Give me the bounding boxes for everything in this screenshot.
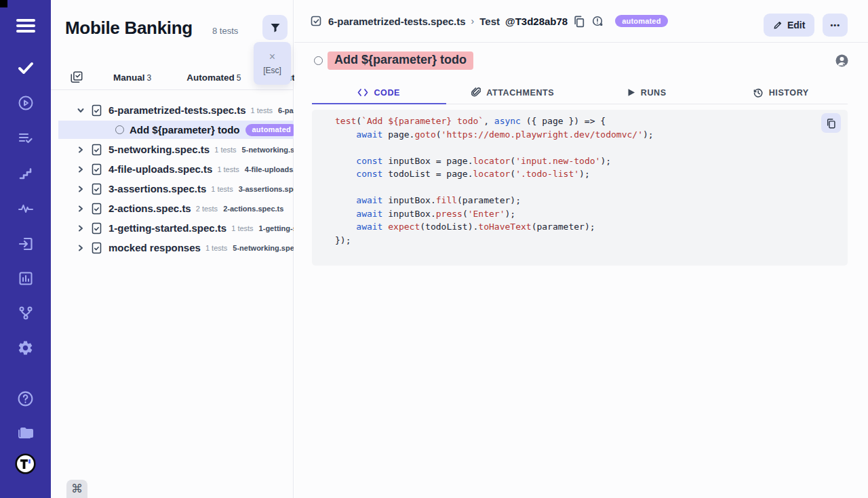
test-detail-panel: 6-parametrized-tests.spec.ts › Test @T3d…: [294, 0, 868, 498]
tab-manual[interactable]: Manual3: [113, 72, 151, 83]
test-plans-icon[interactable]: [0, 130, 51, 146]
code-line: const inputBox = page.locator('input.new…: [335, 156, 654, 169]
menu-icon[interactable]: [0, 18, 51, 33]
tab-attachments[interactable]: ATTACHMENTS: [446, 81, 580, 104]
tree-spec-file-row[interactable]: 3-assertions.spec.ts1 tests3-assertions.…: [51, 179, 294, 199]
tab-code[interactable]: CODE: [312, 81, 446, 104]
task-check-icon: [310, 15, 323, 28]
projects-folder-icon[interactable]: [0, 424, 51, 440]
project-sidebar: Mobile Banking 8 tests × [Esc] Manual3 A…: [51, 0, 294, 498]
tree-test-row-selected[interactable]: Add ${parameter} todoautomated: [58, 121, 294, 139]
spec-file-path: 1-getting-started.spec.ts: [259, 224, 294, 232]
spec-file-icon: [91, 242, 102, 254]
spec-test-count: 1 tests: [214, 146, 236, 154]
assignee-avatar[interactable]: [835, 54, 849, 68]
spec-file-path: 3-assertions.spec.ts: [239, 185, 294, 193]
spec-file-icon: [91, 163, 102, 175]
code-line: test(`Add ${parameter} todo`, async ({ p…: [335, 116, 654, 129]
spec-file-path: 5-networking.spec.ts: [233, 244, 294, 252]
automated-badge: automated: [245, 124, 294, 136]
spec-test-count: 1 tests: [205, 244, 227, 252]
breadcrumb-type: Test: [479, 16, 500, 27]
test-name: Add ${parameter} todo: [130, 124, 240, 136]
history-clock-icon: [753, 87, 764, 98]
spec-test-count: 1 tests: [211, 185, 233, 193]
tab-runs[interactable]: RUNS: [580, 81, 714, 104]
more-actions-button[interactable]: •••: [823, 14, 848, 37]
spec-test-count: 1 tests: [231, 224, 253, 232]
code-line: await inputBox.press('Enter');: [335, 209, 654, 222]
tree-spec-file-row[interactable]: 4-file-uploads.spec.ts1 tests4-file-uplo…: [51, 159, 294, 179]
spec-file-path: 4-file-uploads.spec.ts: [245, 165, 294, 173]
select-all-icon[interactable]: [70, 70, 83, 84]
spec-file-name: 4-file-uploads.spec.ts: [108, 163, 212, 175]
help-icon[interactable]: [0, 390, 51, 407]
chevron-right-icon[interactable]: [77, 224, 85, 232]
edit-button[interactable]: Edit: [764, 14, 814, 37]
branches-icon[interactable]: [0, 305, 51, 321]
code-line: const todoList = page.locator('.todo-lis…: [335, 169, 654, 182]
play-icon: [627, 88, 635, 97]
test-status-circle-icon: [314, 56, 323, 65]
copy-code-button[interactable]: [821, 113, 841, 133]
test-title: Add ${parameter} todo: [328, 51, 473, 70]
detail-tabs: CODE ATTACHMENTS RUNS HISTORY: [312, 81, 848, 104]
command-shortcut-button[interactable]: ⌘: [66, 480, 87, 498]
chevron-right-icon[interactable]: [77, 165, 85, 173]
spec-file-icon: [91, 183, 102, 195]
spec-file-name: 6-parametrized-tests.spec.ts: [108, 104, 246, 116]
test-status-circle-icon: [115, 125, 124, 134]
code-line: await expect(todoList).toHaveText(parame…: [335, 222, 654, 235]
esc-hint-label: [Esc]: [263, 66, 281, 75]
copy-icon: [826, 118, 837, 129]
automated-badge: automated: [615, 15, 667, 27]
copy-id-icon[interactable]: [573, 15, 586, 28]
code-line: [335, 142, 654, 156]
sync-status-icon[interactable]: [591, 15, 604, 28]
tree-spec-file-row[interactable]: 6-parametrized-tests.spec.ts1 tests6-par…: [51, 100, 294, 120]
escape-tooltip: × [Esc]: [254, 42, 291, 85]
spec-file-name: 3-assertions.spec.ts: [108, 183, 206, 194]
runs-play-icon[interactable]: [0, 95, 51, 111]
project-tests-count: 8 tests: [212, 26, 238, 36]
pulse-icon[interactable]: [0, 201, 51, 217]
close-icon[interactable]: ×: [269, 51, 275, 62]
settings-gear-icon[interactable]: [0, 339, 51, 356]
tree-spec-file-row[interactable]: 2-actions.spec.ts2 tests2-actions.spec.t…: [51, 199, 294, 218]
paperclip-icon: [471, 87, 481, 98]
spec-file-name: 5-networking.spec.ts: [108, 144, 210, 155]
spec-file-name: 2-actions.spec.ts: [108, 203, 191, 214]
test-title-row: Add ${parameter} todo: [314, 51, 473, 70]
test-source-code: test(`Add ${parameter} todo`, async ({ p…: [335, 116, 654, 248]
tab-history[interactable]: HISTORY: [714, 81, 848, 104]
testomat-logo[interactable]: [0, 453, 51, 474]
project-title: Mobile Banking: [65, 18, 193, 39]
tree-spec-file-row[interactable]: 5-networking.spec.ts1 tests5-networking.…: [51, 140, 294, 159]
chevron-right-icon[interactable]: [77, 185, 85, 193]
code-icon: [357, 88, 368, 97]
import-icon[interactable]: [0, 236, 51, 252]
funnel-icon: [269, 22, 281, 34]
spec-file-icon: [91, 144, 102, 156]
spec-file-path: 6-parametrized-tests.spec.ts: [278, 106, 294, 115]
app-nav-rail: [0, 0, 51, 498]
code-line: await page.goto('https://demo.playwright…: [335, 129, 654, 143]
spec-test-count: 1 tests: [251, 106, 273, 115]
chevron-right-icon[interactable]: [77, 146, 85, 154]
tab-automated[interactable]: Automated5: [186, 72, 241, 83]
tree-spec-file-row[interactable]: mocked responses1 tests5-networking.spec…: [51, 238, 294, 257]
spec-file-icon: [91, 104, 102, 117]
breadcrumb: 6-parametrized-tests.spec.ts › Test @T3d…: [310, 15, 668, 28]
analytics-chart-icon[interactable]: [0, 270, 51, 287]
chevron-right-icon[interactable]: [77, 205, 85, 213]
steps-icon[interactable]: [0, 165, 51, 182]
spec-test-count: 1 tests: [217, 165, 239, 173]
spec-file-name: 1-getting-started.spec.ts: [108, 222, 226, 234]
chevron-down-icon[interactable]: [77, 106, 85, 115]
tree-spec-file-row[interactable]: 1-getting-started.spec.ts1 tests1-gettin…: [51, 218, 294, 238]
command-icon: ⌘: [71, 482, 83, 496]
filter-button[interactable]: [262, 15, 288, 40]
tests-check-icon[interactable]: [0, 60, 51, 76]
breadcrumb-file[interactable]: 6-parametrized-tests.spec.ts: [328, 16, 466, 27]
chevron-right-icon[interactable]: [77, 244, 85, 252]
